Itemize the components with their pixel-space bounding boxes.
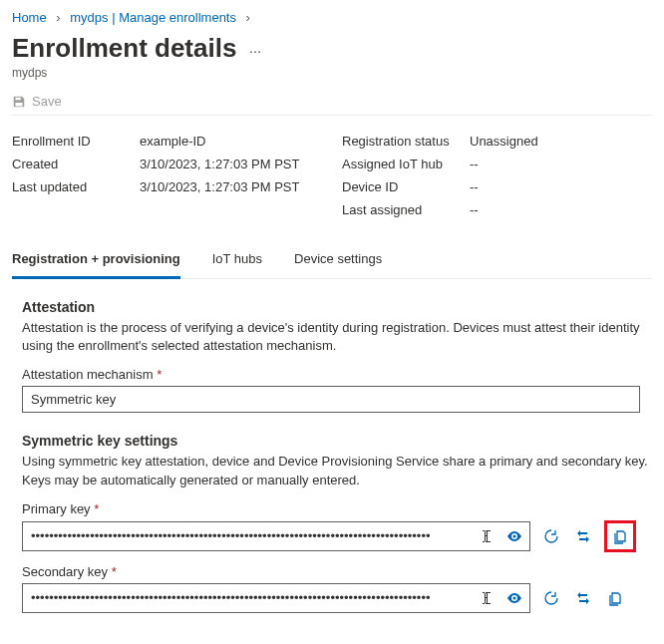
- swap-icon[interactable]: [572, 587, 594, 609]
- enrollment-id-value: example-ID: [140, 130, 322, 153]
- swap-icon[interactable]: [572, 525, 594, 547]
- symkey-heading: Symmetric key settings: [22, 433, 652, 449]
- primary-key-label: Primary key: [22, 501, 91, 516]
- tab-iot-hubs[interactable]: IoT hubs: [212, 245, 262, 278]
- summary-panel: Enrollment ID example-ID Created 3/10/20…: [12, 130, 652, 221]
- secondary-key-label: Secondary key: [22, 564, 108, 579]
- registration-status-label: Registration status: [342, 130, 470, 153]
- created-value: 3/10/2023, 1:27:03 PM PST: [140, 153, 322, 175]
- device-id-value: --: [470, 175, 652, 198]
- symkey-desc: Using symmetric key attestation, device …: [22, 453, 652, 488]
- copy-button-highlight: [604, 520, 636, 552]
- required-asterisk: *: [157, 367, 162, 382]
- attestation-desc: Attestation is the process of verifying …: [22, 319, 652, 355]
- eye-icon[interactable]: [503, 525, 525, 547]
- eye-icon[interactable]: [503, 587, 525, 609]
- created-label: Created: [12, 153, 140, 175]
- chevron-right-icon: ›: [246, 10, 250, 25]
- cursor-icon[interactable]: [476, 587, 498, 609]
- secondary-key-mask: ••••••••••••••••••••••••••••••••••••••••…: [31, 590, 521, 605]
- secondary-key-input[interactable]: ••••••••••••••••••••••••••••••••••••••••…: [22, 583, 530, 613]
- command-bar: Save: [12, 94, 652, 116]
- copy-icon[interactable]: [609, 525, 631, 547]
- regenerate-icon[interactable]: [540, 525, 562, 547]
- regenerate-icon[interactable]: [540, 587, 562, 609]
- registration-status-value: Unassigned: [470, 130, 652, 153]
- required-asterisk: *: [94, 501, 99, 516]
- breadcrumb-parent[interactable]: mydps | Manage enrollments: [70, 10, 239, 25]
- breadcrumb-home[interactable]: Home: [12, 10, 47, 25]
- attestation-mechanism-label: Attestation mechanism: [22, 367, 154, 382]
- page-subtitle: mydps: [12, 66, 652, 80]
- required-asterisk: *: [112, 564, 117, 579]
- enrollment-id-label: Enrollment ID: [12, 130, 140, 153]
- assigned-hub-value: --: [470, 153, 652, 175]
- primary-key-mask: ••••••••••••••••••••••••••••••••••••••••…: [31, 528, 521, 543]
- page-title: Enrollment details: [12, 33, 236, 64]
- device-id-label: Device ID: [342, 175, 470, 198]
- cursor-icon[interactable]: [476, 525, 498, 547]
- attestation-mechanism-select[interactable]: Symmetric key: [22, 386, 640, 413]
- copy-icon[interactable]: [604, 587, 626, 609]
- last-updated-value: 3/10/2023, 1:27:03 PM PST: [140, 175, 322, 198]
- save-button: Save: [32, 94, 62, 109]
- last-updated-label: Last updated: [12, 175, 140, 198]
- tabs: Registration + provisioning IoT hubs Dev…: [12, 245, 652, 279]
- assigned-hub-label: Assigned IoT hub: [342, 153, 470, 175]
- last-assigned-label: Last assigned: [342, 198, 470, 221]
- symmetric-key-section: Symmetric key settings Using symmetric k…: [22, 433, 652, 612]
- tab-device-settings[interactable]: Device settings: [294, 245, 382, 278]
- attestation-section: Attestation Attestation is the process o…: [22, 299, 652, 413]
- more-menu[interactable]: …: [248, 41, 262, 56]
- save-icon: [12, 95, 26, 109]
- tab-registration-provisioning[interactable]: Registration + provisioning: [12, 245, 180, 279]
- primary-key-input[interactable]: ••••••••••••••••••••••••••••••••••••••••…: [22, 521, 530, 551]
- breadcrumb: Home › mydps | Manage enrollments ›: [12, 8, 652, 33]
- last-assigned-value: --: [470, 198, 652, 221]
- attestation-heading: Attestation: [22, 299, 652, 315]
- chevron-right-icon: ›: [56, 10, 60, 25]
